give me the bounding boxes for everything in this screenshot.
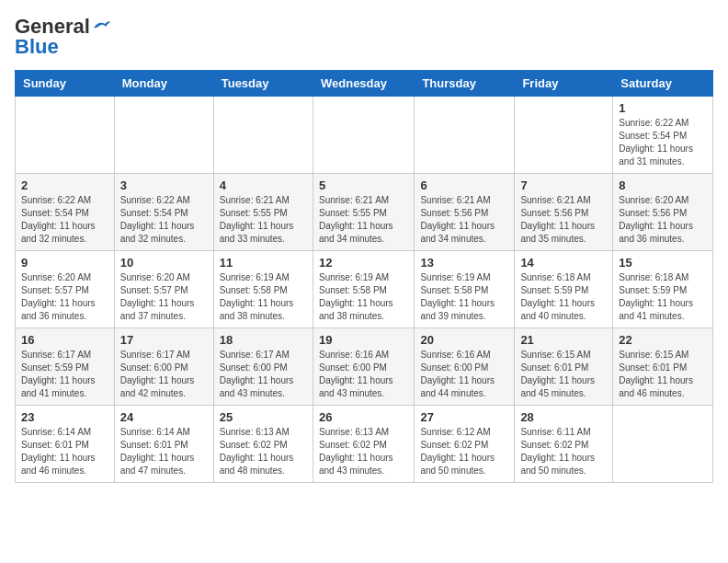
day-number: 3 (120, 178, 208, 192)
calendar-header-row: SundayMondayTuesdayWednesdayThursdayFrid… (16, 71, 713, 97)
day-info: Sunrise: 6:11 AM Sunset: 6:02 PM Dayligh… (520, 426, 607, 477)
col-header-monday: Monday (114, 71, 213, 97)
day-number: 5 (319, 178, 408, 192)
calendar-cell (213, 97, 313, 174)
page-header: General Blue (15, 15, 713, 59)
calendar-cell (415, 97, 515, 174)
day-info: Sunrise: 6:15 AM Sunset: 6:01 PM Dayligh… (619, 349, 707, 400)
day-number: 4 (220, 178, 307, 192)
calendar-cell (313, 97, 414, 174)
day-number: 10 (120, 256, 208, 270)
day-info: Sunrise: 6:15 AM Sunset: 6:01 PM Dayligh… (520, 349, 607, 400)
day-number: 11 (220, 256, 307, 270)
calendar-cell: 10Sunrise: 6:20 AM Sunset: 5:57 PM Dayli… (114, 251, 213, 328)
day-info: Sunrise: 6:21 AM Sunset: 5:56 PM Dayligh… (420, 194, 508, 246)
day-info: Sunrise: 6:20 AM Sunset: 5:57 PM Dayligh… (21, 271, 108, 323)
day-info: Sunrise: 6:19 AM Sunset: 5:58 PM Dayligh… (319, 271, 408, 323)
day-info: Sunrise: 6:18 AM Sunset: 5:59 PM Dayligh… (520, 271, 607, 323)
calendar-cell (515, 97, 613, 174)
calendar-cell: 25Sunrise: 6:13 AM Sunset: 6:02 PM Dayli… (213, 406, 313, 483)
calendar-week-row: 9Sunrise: 6:20 AM Sunset: 5:57 PM Daylig… (16, 251, 713, 328)
day-info: Sunrise: 6:17 AM Sunset: 6:00 PM Dayligh… (220, 349, 307, 400)
day-number: 14 (520, 256, 607, 270)
calendar-cell: 4Sunrise: 6:21 AM Sunset: 5:55 PM Daylig… (213, 174, 313, 251)
day-number: 26 (319, 410, 408, 424)
logo-bird-icon (92, 18, 112, 35)
day-number: 9 (21, 256, 108, 270)
calendar-cell: 2Sunrise: 6:22 AM Sunset: 5:54 PM Daylig… (16, 174, 115, 251)
day-number: 15 (619, 256, 707, 270)
day-number: 23 (21, 410, 108, 424)
day-info: Sunrise: 6:12 AM Sunset: 6:02 PM Dayligh… (420, 426, 508, 477)
day-number: 28 (520, 410, 607, 424)
day-info: Sunrise: 6:14 AM Sunset: 6:01 PM Dayligh… (120, 426, 208, 477)
day-info: Sunrise: 6:22 AM Sunset: 5:54 PM Dayligh… (619, 117, 707, 168)
calendar-cell: 24Sunrise: 6:14 AM Sunset: 6:01 PM Dayli… (114, 406, 213, 483)
day-info: Sunrise: 6:19 AM Sunset: 5:58 PM Dayligh… (220, 271, 307, 323)
day-number: 18 (220, 333, 307, 347)
calendar-cell: 1Sunrise: 6:22 AM Sunset: 5:54 PM Daylig… (613, 97, 713, 174)
day-number: 7 (520, 178, 607, 192)
calendar-cell: 9Sunrise: 6:20 AM Sunset: 5:57 PM Daylig… (16, 251, 115, 328)
calendar-cell: 27Sunrise: 6:12 AM Sunset: 6:02 PM Dayli… (415, 406, 515, 483)
day-number: 24 (120, 410, 208, 424)
calendar-week-row: 16Sunrise: 6:17 AM Sunset: 5:59 PM Dayli… (16, 328, 713, 406)
calendar-week-row: 1Sunrise: 6:22 AM Sunset: 5:54 PM Daylig… (16, 97, 713, 174)
day-number: 20 (420, 333, 508, 347)
col-header-wednesday: Wednesday (313, 71, 414, 97)
calendar-cell: 11Sunrise: 6:19 AM Sunset: 5:58 PM Dayli… (213, 251, 313, 328)
logo-blue: Blue (15, 35, 59, 59)
col-header-thursday: Thursday (415, 71, 515, 97)
day-number: 6 (420, 178, 508, 192)
calendar-cell: 18Sunrise: 6:17 AM Sunset: 6:00 PM Dayli… (213, 328, 313, 406)
day-number: 17 (120, 333, 208, 347)
day-info: Sunrise: 6:20 AM Sunset: 5:57 PM Dayligh… (120, 271, 208, 323)
day-info: Sunrise: 6:22 AM Sunset: 5:54 PM Dayligh… (120, 194, 208, 246)
calendar-cell: 23Sunrise: 6:14 AM Sunset: 6:01 PM Dayli… (16, 406, 115, 483)
day-info: Sunrise: 6:13 AM Sunset: 6:02 PM Dayligh… (220, 426, 307, 477)
calendar-cell: 19Sunrise: 6:16 AM Sunset: 6:00 PM Dayli… (313, 328, 414, 406)
calendar-cell: 5Sunrise: 6:21 AM Sunset: 5:55 PM Daylig… (313, 174, 414, 251)
day-info: Sunrise: 6:17 AM Sunset: 5:59 PM Dayligh… (21, 349, 108, 400)
calendar-cell: 26Sunrise: 6:13 AM Sunset: 6:02 PM Dayli… (313, 406, 414, 483)
day-number: 16 (21, 333, 108, 347)
calendar-cell: 22Sunrise: 6:15 AM Sunset: 6:01 PM Dayli… (613, 328, 713, 406)
day-number: 27 (420, 410, 508, 424)
calendar-cell: 21Sunrise: 6:15 AM Sunset: 6:01 PM Dayli… (515, 328, 613, 406)
day-info: Sunrise: 6:13 AM Sunset: 6:02 PM Dayligh… (319, 426, 408, 477)
col-header-sunday: Sunday (16, 71, 115, 97)
logo: General Blue (15, 15, 112, 59)
calendar-cell (613, 406, 713, 483)
calendar-cell: 17Sunrise: 6:17 AM Sunset: 6:00 PM Dayli… (114, 328, 213, 406)
col-header-saturday: Saturday (613, 71, 713, 97)
day-number: 1 (619, 101, 707, 115)
calendar-cell: 13Sunrise: 6:19 AM Sunset: 5:58 PM Dayli… (415, 251, 515, 328)
calendar-cell: 20Sunrise: 6:16 AM Sunset: 6:00 PM Dayli… (415, 328, 515, 406)
calendar-cell: 16Sunrise: 6:17 AM Sunset: 5:59 PM Dayli… (16, 328, 115, 406)
day-info: Sunrise: 6:19 AM Sunset: 5:58 PM Dayligh… (420, 271, 508, 323)
calendar-cell: 6Sunrise: 6:21 AM Sunset: 5:56 PM Daylig… (415, 174, 515, 251)
day-info: Sunrise: 6:21 AM Sunset: 5:55 PM Dayligh… (319, 194, 408, 246)
day-info: Sunrise: 6:22 AM Sunset: 5:54 PM Dayligh… (21, 194, 108, 246)
day-info: Sunrise: 6:14 AM Sunset: 6:01 PM Dayligh… (21, 426, 108, 477)
calendar-table: SundayMondayTuesdayWednesdayThursdayFrid… (15, 70, 713, 483)
day-number: 8 (619, 178, 707, 192)
col-header-friday: Friday (515, 71, 613, 97)
day-info: Sunrise: 6:16 AM Sunset: 6:00 PM Dayligh… (319, 349, 408, 400)
day-number: 22 (619, 333, 707, 347)
calendar-cell: 14Sunrise: 6:18 AM Sunset: 5:59 PM Dayli… (515, 251, 613, 328)
day-info: Sunrise: 6:21 AM Sunset: 5:55 PM Dayligh… (220, 194, 307, 246)
day-number: 21 (520, 333, 607, 347)
calendar-week-row: 2Sunrise: 6:22 AM Sunset: 5:54 PM Daylig… (16, 174, 713, 251)
day-number: 13 (420, 256, 508, 270)
calendar-cell: 12Sunrise: 6:19 AM Sunset: 5:58 PM Dayli… (313, 251, 414, 328)
calendar-week-row: 23Sunrise: 6:14 AM Sunset: 6:01 PM Dayli… (16, 406, 713, 483)
day-info: Sunrise: 6:20 AM Sunset: 5:56 PM Dayligh… (619, 194, 707, 246)
day-number: 19 (319, 333, 408, 347)
calendar-cell: 15Sunrise: 6:18 AM Sunset: 5:59 PM Dayli… (613, 251, 713, 328)
calendar-cell: 8Sunrise: 6:20 AM Sunset: 5:56 PM Daylig… (613, 174, 713, 251)
calendar-cell: 28Sunrise: 6:11 AM Sunset: 6:02 PM Dayli… (515, 406, 613, 483)
calendar-cell (16, 97, 115, 174)
calendar-cell (114, 97, 213, 174)
day-info: Sunrise: 6:21 AM Sunset: 5:56 PM Dayligh… (520, 194, 607, 246)
